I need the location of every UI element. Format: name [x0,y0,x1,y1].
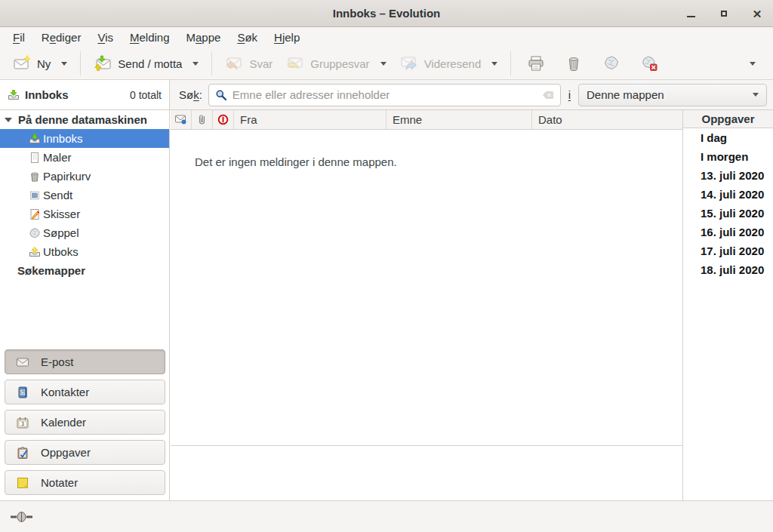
send-receive-button[interactable]: Send / motta [87,51,205,76]
close-button[interactable]: ✕ [749,5,765,22]
not-junk-button[interactable] [634,51,664,76]
menu-folder[interactable]: Mappe [178,29,229,46]
tree-root-on-this-computer[interactable]: På denne datamaskinen [0,110,169,129]
menu-help[interactable]: Hjelp [266,29,308,46]
column-date[interactable]: Dato [532,110,682,129]
toolbar-separator [510,51,511,75]
forward-dropdown-icon [491,62,497,66]
todo-item-date[interactable]: 14. juli 2020 [683,185,773,204]
read-status-icon [175,115,186,125]
menu-file[interactable]: Fil [5,29,33,46]
folder-sidebar: På denne datamaskinen Innboks [0,110,170,500]
junk-icon [602,54,621,72]
message-list-pane: Fra Emne Dato Det er ingen meldinger i d… [171,110,682,500]
column-from[interactable]: Fra [234,110,386,129]
delete-button[interactable] [559,51,589,76]
message-list-header: Fra Emne Dato [171,110,682,130]
sidebar-folder-trash[interactable]: Papirkurv [0,167,169,186]
print-icon [527,54,545,72]
column-attachment[interactable] [192,110,213,129]
scope-dropdown-icon [753,93,759,97]
print-button[interactable] [521,51,551,76]
reply-label: Svar [249,57,273,70]
search-in-label: i [568,88,571,101]
sent-icon [29,189,41,201]
reply-icon [225,54,243,72]
minimize-button[interactable] [682,5,699,22]
outbox-icon [29,246,41,258]
clear-search-icon[interactable] [542,89,554,101]
switcher-memos-button[interactable]: Notater [5,470,165,495]
sidebar-folder-drafts[interactable]: Skisser [0,204,169,223]
trash-icon [29,171,41,183]
drafts-icon [29,208,41,220]
calendar-icon: 3 [16,417,29,429]
sidebar-folder-outbox[interactable]: Utboks [0,242,169,261]
expander-icon[interactable] [5,118,12,122]
close-icon: ✕ [753,8,762,20]
forward-button[interactable]: Videresend [393,51,505,76]
templates-icon [29,152,41,164]
preview-pane [171,446,682,500]
search-scope-value: Denne mappen [587,88,748,101]
switcher-calendar-button[interactable]: 3 Kalender [5,410,165,435]
svg-text:3: 3 [21,421,24,426]
todo-item-date[interactable]: 17. juli 2020 [683,241,773,260]
todo-item-date[interactable]: 18. juli 2020 [683,260,773,279]
group-reply-button[interactable]: Gruppesvar [279,51,393,76]
column-important[interactable] [213,110,234,129]
toolbar-separator [211,51,212,75]
todo-item-date[interactable]: 16. juli 2020 [683,223,773,241]
todo-item-date[interactable]: 15. juli 2020 [683,204,773,223]
view-switcher: E-post @ Kontakter [5,349,165,500]
menu-view[interactable]: Vis [89,29,122,46]
search-scope-combobox[interactable]: Denne mappen [578,84,767,106]
switcher-tasks-button[interactable]: Oppgaver [5,440,165,465]
column-subject[interactable]: Emne [386,110,532,129]
todo-item-tomorrow[interactable]: I morgen [683,147,773,166]
sidebar-folder-templates[interactable]: Maler [0,148,169,167]
window-title: Innboks – Evolution [333,7,441,20]
new-message-button[interactable]: Ny [6,51,74,76]
reply-button[interactable]: Svar [218,51,279,76]
tasks-icon [16,447,29,459]
todo-item-today[interactable]: I dag [683,128,773,147]
todo-item-date[interactable]: 13. juli 2020 [683,166,773,185]
menu-edit[interactable]: Rediger [33,29,90,46]
folder-title: Innboks [25,88,69,101]
toolbar: Ny Send / motta [0,48,773,80]
sidebar-folder-sent[interactable]: Sendt [0,186,169,204]
junk-icon [29,227,41,239]
send-receive-dropdown-icon [192,62,199,66]
send-receive-icon [94,54,112,72]
maximize-button[interactable] [716,5,732,22]
todo-pane: Oppgaver I dag I morgen 13. juli 2020 14… [682,110,773,500]
toolbar-overflow-button[interactable] [742,57,763,70]
evolution-window: Innboks – Evolution ✕ Fil Rediger Vis Me… [0,0,773,532]
sidebar-folder-junk[interactable]: Søppel [0,223,169,242]
important-icon [217,114,229,125]
main-region: På denne datamaskinen Innboks [0,110,773,500]
search-label: Søk: [179,88,202,101]
switcher-contacts-button[interactable]: @ Kontakter [5,380,165,404]
junk-button[interactable] [596,51,627,76]
svg-text:@: @ [20,389,26,395]
online-status-icon[interactable] [10,511,34,523]
group-reply-dropdown-icon [380,62,386,66]
new-message-dropdown-icon [61,62,67,66]
sidebar-section-search-folders[interactable]: Søkemapper [0,261,169,280]
send-receive-label: Send / motta [118,57,182,70]
search-entry [208,84,561,106]
menu-search[interactable]: Søk [229,29,266,46]
todo-header[interactable]: Oppgaver [683,110,773,128]
switcher-mail-button[interactable]: E-post [5,349,165,374]
column-read-status[interactable] [171,110,192,129]
memos-icon [16,477,29,489]
contacts-icon: @ [16,386,29,398]
search-icon [215,89,227,101]
menu-message[interactable]: Melding [122,29,178,46]
current-folder-header: Innboks 0 totalt [0,80,170,110]
sidebar-folder-inbox[interactable]: Innboks [0,129,169,148]
search-area: Søk: i Denne mappen [170,80,773,110]
search-input[interactable] [233,88,537,101]
